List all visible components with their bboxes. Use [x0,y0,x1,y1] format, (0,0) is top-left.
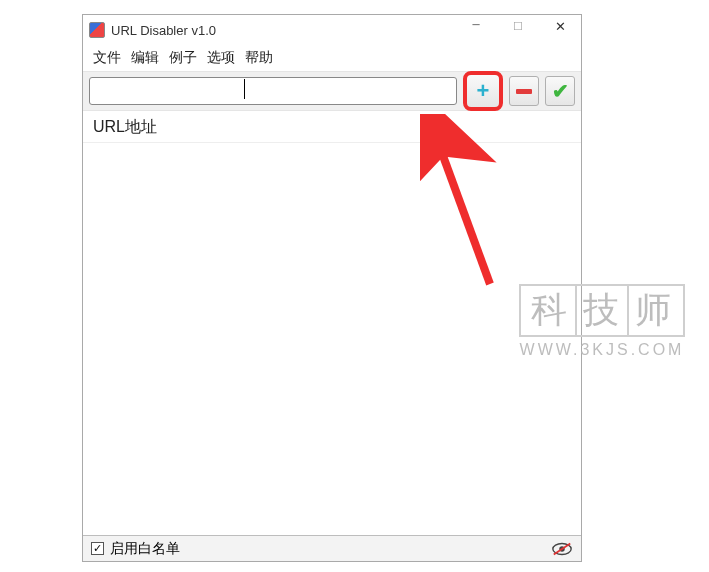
window-title: URL Disabler v1.0 [111,23,455,38]
apply-button[interactable]: ✔ [545,76,575,106]
menubar: 文件 编辑 例子 选项 帮助 [83,45,581,71]
add-button[interactable]: + [463,71,503,111]
toolbar: + ✔ [83,71,581,111]
check-icon: ✔ [552,79,569,103]
app-window: URL Disabler v1.0 文件 编辑 例子 选项 帮助 + ✔ URL… [82,14,582,562]
close-button[interactable] [539,15,581,37]
minimize-button[interactable] [455,15,497,37]
plus-icon: + [477,80,490,102]
window-controls [455,15,581,45]
menu-options[interactable]: 选项 [207,49,235,67]
whitelist-label: 启用白名单 [110,540,180,558]
url-list [83,143,581,535]
menu-edit[interactable]: 编辑 [131,49,159,67]
menu-help[interactable]: 帮助 [245,49,273,67]
eye-disabled-icon [551,542,573,556]
whitelist-checkbox[interactable]: ✓ [91,542,104,555]
remove-button[interactable] [509,76,539,106]
menu-example[interactable]: 例子 [169,49,197,67]
minus-icon [516,89,532,94]
app-icon [89,22,105,38]
titlebar: URL Disabler v1.0 [83,15,581,45]
url-input[interactable] [89,77,457,105]
menu-file[interactable]: 文件 [93,49,121,67]
maximize-button[interactable] [497,15,539,37]
statusbar: ✓ 启用白名单 [83,535,581,561]
list-header: URL地址 [83,111,581,143]
text-cursor [244,79,245,99]
